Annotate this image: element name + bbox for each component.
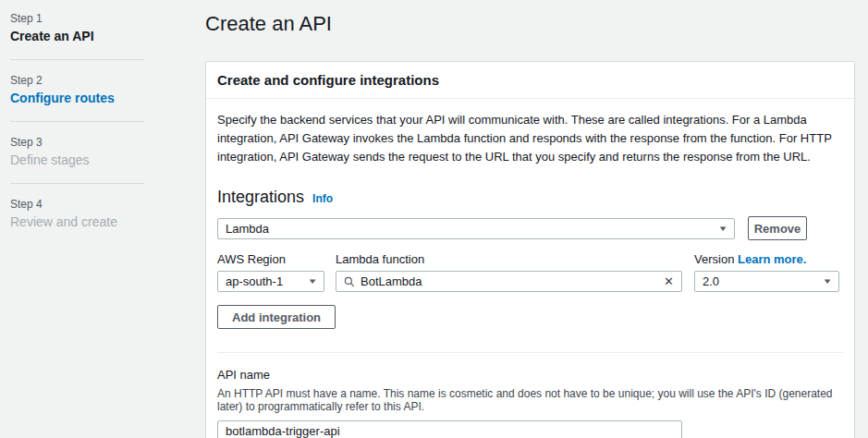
integration-fields-row: AWS Region ap-south-1 ▼ Lambda function bbox=[217, 252, 843, 292]
aws-region-field: AWS Region ap-south-1 ▼ bbox=[217, 252, 324, 292]
step-divider bbox=[10, 121, 144, 122]
integration-type-row: Lambda ▼ Remove bbox=[217, 216, 843, 240]
lambda-function-searchbox[interactable]: ✕ bbox=[336, 271, 682, 292]
aws-region-value: ap-south-1 bbox=[226, 274, 309, 288]
api-name-section: API name An HTTP API must have a name. T… bbox=[217, 366, 843, 438]
integrations-description: Specify the backend services that your A… bbox=[217, 111, 842, 166]
page-title: Create an API bbox=[205, 12, 855, 36]
version-label-text: Version bbox=[694, 252, 734, 266]
version-select[interactable]: 2.0 ▼ bbox=[694, 271, 839, 292]
info-link[interactable]: Info bbox=[312, 192, 333, 205]
integrations-heading-row: Integrations Info bbox=[217, 188, 843, 207]
wizard-step-nav: Step 1 Create an API Step 2 Configure ro… bbox=[10, 11, 158, 231]
step-item-create-api: Step 1 Create an API bbox=[10, 11, 158, 45]
chevron-down-icon: ▼ bbox=[822, 277, 832, 286]
lambda-function-label: Lambda function bbox=[336, 252, 682, 266]
integration-type-select[interactable]: Lambda ▼ bbox=[217, 218, 735, 239]
integrations-heading: Integrations bbox=[217, 188, 304, 207]
add-integration-button[interactable]: Add integration bbox=[217, 305, 336, 329]
chevron-down-icon: ▼ bbox=[717, 225, 727, 233]
section-divider bbox=[217, 352, 843, 353]
step-label-review-create: Review and create bbox=[10, 213, 158, 231]
step-number: Step 4 bbox=[10, 197, 158, 213]
integration-type-value: Lambda bbox=[226, 222, 719, 236]
lambda-function-field: Lambda function ✕ bbox=[336, 252, 682, 292]
step-item-configure-routes[interactable]: Step 2 Configure routes bbox=[10, 73, 158, 107]
step-number: Step 1 bbox=[10, 11, 158, 27]
step-label-define-stages: Define stages bbox=[10, 151, 158, 169]
search-icon bbox=[344, 276, 355, 287]
aws-region-select[interactable]: ap-south-1 ▼ bbox=[217, 271, 324, 292]
card-header: Create and configure integrations bbox=[206, 62, 854, 99]
main-content: Create an API Create and configure integ… bbox=[205, 0, 855, 438]
step-label-create-api: Create an API bbox=[10, 27, 158, 45]
step-number: Step 2 bbox=[10, 73, 158, 89]
clear-icon[interactable]: ✕ bbox=[658, 274, 674, 288]
version-label: Version Learn more. bbox=[694, 252, 839, 266]
integrations-card: Create and configure integrations Specif… bbox=[205, 61, 855, 438]
aws-region-label: AWS Region bbox=[217, 252, 324, 266]
step-number: Step 3 bbox=[10, 135, 158, 151]
remove-button[interactable]: Remove bbox=[748, 216, 807, 240]
chevron-down-icon: ▼ bbox=[307, 277, 317, 286]
api-name-label: API name bbox=[217, 368, 270, 382]
step-label-configure-routes[interactable]: Configure routes bbox=[10, 89, 158, 107]
api-name-inputbox[interactable] bbox=[217, 420, 682, 438]
step-item-define-stages: Step 3 Define stages bbox=[10, 135, 158, 169]
version-field: Version Learn more. 2.0 ▼ bbox=[694, 252, 839, 292]
api-name-description: An HTTP API must have a name. This name … bbox=[217, 387, 843, 413]
step-divider bbox=[10, 59, 144, 60]
version-value: 2.0 bbox=[703, 274, 824, 288]
lambda-function-input[interactable] bbox=[361, 274, 658, 288]
step-divider bbox=[10, 183, 144, 184]
card-body: Specify the backend services that your A… bbox=[206, 99, 854, 438]
api-name-input[interactable] bbox=[226, 424, 674, 438]
learn-more-link[interactable]: Learn more. bbox=[738, 252, 806, 266]
step-item-review-create: Step 4 Review and create bbox=[10, 197, 158, 231]
